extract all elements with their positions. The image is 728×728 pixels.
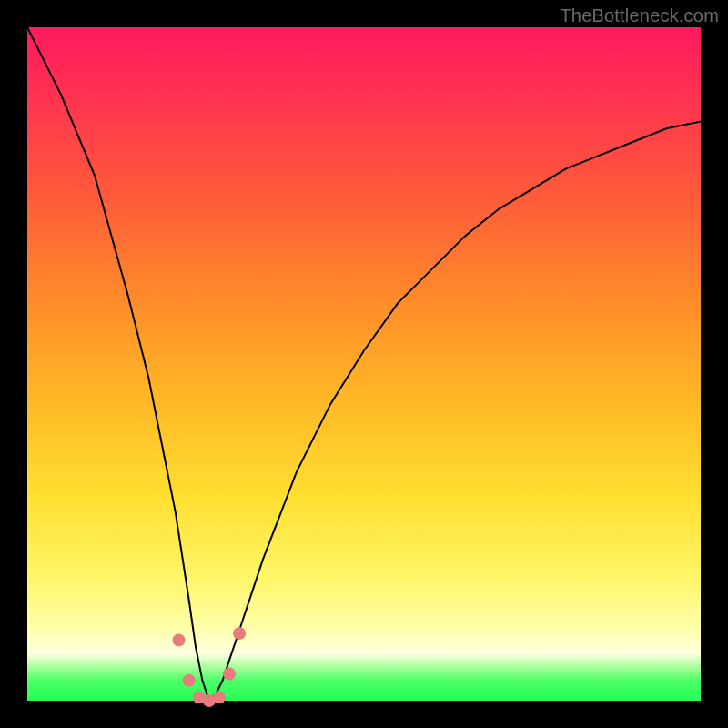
curve-marker [223, 667, 236, 680]
watermark-text: TheBottleneck.com [560, 5, 719, 26]
curve-marker [183, 674, 196, 687]
bottleneck-curve [27, 27, 701, 701]
curve-markers [173, 627, 247, 707]
plot-area [27, 27, 701, 701]
curve-marker [233, 627, 246, 640]
curve-marker [173, 633, 186, 646]
chart-frame: TheBottleneck.com [0, 0, 728, 728]
curve-marker [213, 691, 226, 703]
